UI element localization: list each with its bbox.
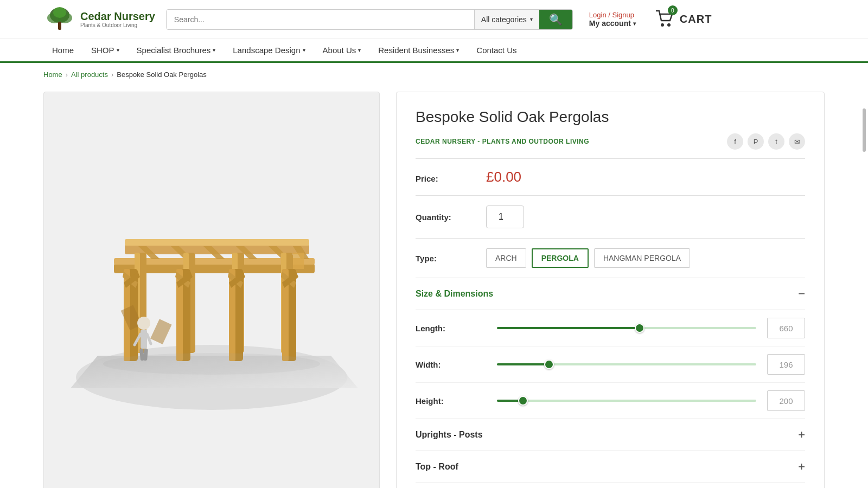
search-button[interactable]: 🔍 [539,10,572,29]
logo-icon [43,4,76,34]
search-bar: All categories ▾ 🔍 [166,9,573,30]
my-account-label: My account [589,19,631,28]
size-section-header[interactable]: Size & Dimensions − [416,278,805,310]
width-slider-fill [497,363,549,365]
breadcrumb-home[interactable]: Home [43,70,62,79]
breadcrumb-separator: › [111,70,113,79]
plus-icon: + [798,429,805,441]
cart-icon-wrap: 0 [655,9,674,30]
length-row: Length: [416,310,805,346]
price-label: Price: [416,174,486,183]
length-slider-fill [497,327,640,329]
svg-rect-10 [125,239,309,246]
length-input[interactable] [767,318,805,338]
height-input[interactable] [767,390,805,411]
breadcrumb-separator: › [66,70,68,79]
nav-item-about-us[interactable]: About Us ▾ [314,39,370,61]
product-title: Bespoke Solid Oak Pergolas [416,108,805,126]
width-slider-thumb[interactable] [544,359,554,369]
top-roof-section-header[interactable]: Top - Roof + [416,451,805,483]
type-pergola-button[interactable]: PERGOLA [532,248,589,268]
price-row: Price: £0.00 [416,159,805,196]
nav-item-home[interactable]: Home [43,39,82,61]
svg-line-50 [147,334,151,344]
chevron-down-icon: ▾ [303,47,305,53]
my-account-button[interactable]: My account ▾ [589,19,636,28]
plus-icon: + [798,461,805,473]
type-label: Type: [416,254,486,263]
quantity-row: Quantity: [416,196,805,239]
chevron-down-icon: ▾ [213,47,215,53]
type-hangman-pergola-button[interactable]: HANGMAN PERGOLA [594,248,690,268]
type-row: Type: ARCH PERGOLA HANGMAN PERGOLA [416,239,805,278]
svg-marker-20 [293,253,304,269]
main-content: Bespoke Solid Oak Pergolas CEDAR NURSERY… [0,86,868,488]
nav-label: Resident Businesses [378,46,454,55]
nav-label: Landscape Design [233,46,300,55]
cart-badge: 0 [668,5,678,15]
cart-label: CART [680,13,712,25]
length-slider-thumb[interactable] [635,323,644,333]
breadcrumb-all-products[interactable]: All products [71,70,108,79]
svg-point-47 [137,317,150,330]
length-slider-track [497,327,756,329]
brand-name: CEDAR NURSERY - PLANTS AND OUTDOOR LIVIN… [416,138,589,145]
width-row: Width: [416,346,805,383]
minus-icon: − [798,288,805,300]
nav-label: Home [52,46,74,55]
nav-label: Contact Us [476,46,516,55]
header: Cedar Nursery Plants & Outdoor Living Al… [0,0,868,39]
email-share-icon[interactable]: ✉ [789,133,805,150]
width-input[interactable] [767,354,805,375]
cart-button[interactable]: 0 CART [655,9,712,30]
logo[interactable]: Cedar Nursery Plants & Outdoor Living [43,4,155,34]
svg-point-53 [103,353,320,375]
twitter-share-icon[interactable]: t [768,133,784,150]
nav-item-contact-us[interactable]: Contact Us [468,39,525,61]
chevron-down-icon: ▾ [456,47,459,53]
svg-point-6 [667,23,671,27]
category-label: All categories [481,15,527,24]
nav-item-landscape-design[interactable]: Landscape Design ▾ [224,39,314,61]
height-row: Height: [416,383,805,419]
height-label: Height: [416,396,486,406]
facebook-share-icon[interactable]: f [727,133,743,150]
nav-item-resident-businesses[interactable]: Resident Businesses ▾ [369,39,468,61]
brand-row: CEDAR NURSERY - PLANTS AND OUTDOOR LIVIN… [416,133,805,159]
type-options: ARCH PERGOLA HANGMAN PERGOLA [486,248,690,268]
search-input[interactable] [167,10,474,29]
nav-item-shop[interactable]: SHOP ▾ [82,39,128,61]
uprights-section-header[interactable]: Uprights - Posts + [416,419,805,451]
svg-point-4 [53,7,66,18]
account-area: Login / Signup My account ▾ [589,11,636,28]
width-label: Width: [416,360,486,369]
scrollbar[interactable] [863,108,866,152]
length-label: Length: [416,324,486,333]
nav: Home SHOP ▾ Specialist Brochures ▾ Lands… [0,39,868,63]
length-slider-wrap [497,323,756,333]
product-image [54,160,369,432]
height-slider-wrap [497,395,756,406]
quantity-label: Quantity: [416,213,486,222]
nav-label: About Us [323,46,356,55]
nav-item-specialist-brochures[interactable]: Specialist Brochures ▾ [128,39,225,61]
svg-rect-48 [141,330,147,349]
chevron-down-icon: ▾ [117,47,119,53]
svg-rect-3 [58,22,61,30]
pinterest-share-icon[interactable]: P [748,133,764,150]
quantity-input[interactable] [486,206,524,228]
category-select[interactable]: All categories ▾ [474,10,539,29]
breadcrumb-current: Bespoke Solid Oak Pergolas [117,70,206,79]
type-arch-button[interactable]: ARCH [486,248,526,268]
height-slider-thumb[interactable] [518,396,528,406]
width-slider-track [497,363,756,365]
login-link[interactable]: Login / Signup [589,11,636,19]
uprights-section-title: Uprights - Posts [416,430,483,440]
top-roof-section-title: Top - Roof [416,462,458,472]
nav-label: Specialist Brochures [137,46,211,55]
logo-sub: Plants & Outdoor Living [80,22,155,28]
size-section: Size & Dimensions − Length: Width: [416,278,805,419]
svg-marker-38 [150,319,172,344]
breadcrumb: Home › All products › Bespoke Solid Oak … [0,63,868,86]
chevron-down-icon: ▾ [633,21,636,27]
